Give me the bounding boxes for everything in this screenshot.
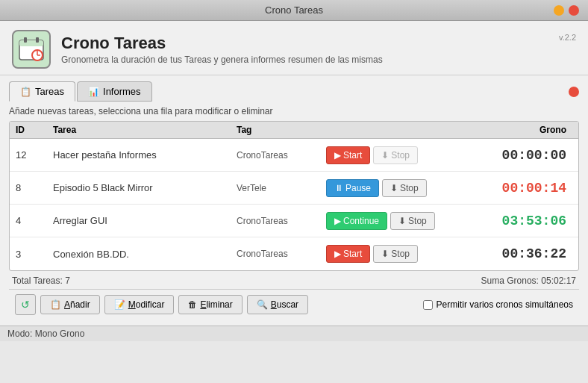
col-actions xyxy=(326,125,475,135)
refresh-icon: ↺ xyxy=(21,299,30,311)
row-tarea: Conexión BB.DD. xyxy=(53,249,237,260)
start-label-12: Start xyxy=(343,150,362,161)
tareas-icon: 📋 xyxy=(20,87,31,97)
table-body: 12 Hacer pestaña Informes CronoTareas ▶ … xyxy=(10,139,578,270)
tab-tareas-label: Tareas xyxy=(35,86,64,97)
multi-crono-checkbox[interactable] xyxy=(423,300,433,310)
modify-icon: 📝 xyxy=(114,299,125,310)
modify-button[interactable]: 📝 Modificar xyxy=(104,295,175,314)
title-bar: Crono Tareas xyxy=(0,0,588,21)
add-label: Añadir xyxy=(64,299,90,310)
svg-rect-3 xyxy=(36,37,39,43)
stop-icon-3: ⬇ xyxy=(381,249,389,259)
multi-crono-area: Permitir varios cronos simultáneos xyxy=(423,299,573,310)
multi-crono-label: Permitir varios cronos simultáneos xyxy=(437,299,573,310)
stop-icon-8: ⬇ xyxy=(390,183,398,193)
row-tarea: Arreglar GUI xyxy=(53,215,237,226)
informes-icon: 📊 xyxy=(88,87,99,97)
col-grono: Grono xyxy=(475,125,572,135)
suma-gronos: Suma Gronos: 05:02:17 xyxy=(481,275,576,286)
start-button-3[interactable]: ▶ Start xyxy=(326,245,370,263)
col-tag: Tag xyxy=(237,125,326,135)
row-tag: CronoTareas xyxy=(237,249,326,259)
row-actions: ▶ Start ⬇ Stop xyxy=(326,245,475,263)
app-subtitle: Gronometra la duración de tus Tareas y g… xyxy=(61,55,383,65)
minimize-button[interactable] xyxy=(554,5,564,16)
pause-label-8: Pause xyxy=(345,183,371,193)
refresh-button[interactable]: ↺ xyxy=(15,294,36,315)
row-actions: ⏸ Pause ⬇ Stop xyxy=(326,179,475,197)
delete-icon: 🗑 xyxy=(188,299,197,310)
row-grono: 00:00:00 xyxy=(475,148,572,163)
row-tag: CronoTareas xyxy=(237,216,326,226)
tab-tareas[interactable]: 📋 Tareas xyxy=(9,81,75,102)
svg-rect-2 xyxy=(24,37,27,43)
start-icon-12: ▶ xyxy=(334,150,341,161)
delete-label: Eliminar xyxy=(200,299,232,310)
table-header: ID Tarea Tag Grono xyxy=(10,122,578,139)
close-button[interactable] xyxy=(569,5,579,16)
col-tarea: Tarea xyxy=(53,125,237,135)
tab-informes-label: Informes xyxy=(103,86,141,97)
modify-label: Modificar xyxy=(128,299,165,310)
stop-label-12: Stop xyxy=(391,150,410,161)
continue-label-4: Continue xyxy=(343,216,379,226)
stop-label-8: Stop xyxy=(400,183,419,193)
row-id: 4 xyxy=(16,215,53,226)
row-grono: 00:00:14 xyxy=(475,181,572,196)
table-row: 8 Episodio 5 Black Mirror VerTele ⏸ Paus… xyxy=(10,172,578,205)
search-label: Buscar xyxy=(271,299,298,310)
status-mode: Modo: Mono Grono xyxy=(7,328,84,339)
row-tag: VerTele xyxy=(237,183,326,193)
continue-button-4[interactable]: ▶ Continue xyxy=(326,212,387,230)
row-tarea: Hacer pestaña Informes xyxy=(53,149,237,161)
row-id: 12 xyxy=(16,149,53,161)
row-id: 3 xyxy=(16,249,53,260)
window-title: Crono Tareas xyxy=(265,4,323,16)
stop-button-3[interactable]: ⬇ Stop xyxy=(373,245,418,263)
stop-button-4[interactable]: ⬇ Stop xyxy=(390,212,435,230)
stop-label-4: Stop xyxy=(408,216,427,226)
version-label: v.2.2 xyxy=(559,33,576,42)
add-icon: 📋 xyxy=(50,299,61,310)
col-id: ID xyxy=(16,125,53,135)
table-row: 4 Arreglar GUI CronoTareas ▶ Continue ⬇ … xyxy=(10,205,578,237)
window-controls xyxy=(554,5,579,16)
stop-button-12[interactable]: ⬇ Stop xyxy=(373,146,418,164)
svg-rect-1 xyxy=(19,40,43,46)
total-tasks: Total Tareas: 7 xyxy=(12,275,70,286)
app-name: Crono Tareas xyxy=(61,34,383,53)
pause-icon-8: ⏸ xyxy=(334,183,343,193)
row-tarea: Episodio 5 Black Mirror xyxy=(53,182,237,193)
start-icon-3: ▶ xyxy=(334,249,341,259)
continue-icon-4: ▶ xyxy=(334,216,341,226)
start-button-12[interactable]: ▶ Start xyxy=(326,146,370,164)
stop-button-8[interactable]: ⬇ Stop xyxy=(382,179,427,197)
row-actions: ▶ Start ⬇ Stop xyxy=(326,146,475,164)
add-button[interactable]: 📋 Añadir xyxy=(40,295,100,314)
row-tag: CronoTareas xyxy=(237,150,326,161)
bottom-bar: ↺ 📋 Añadir 📝 Modificar 🗑 Eliminar 🔍 Busc… xyxy=(9,289,579,320)
row-grono: 00:36:22 xyxy=(475,246,572,261)
app-header: Crono Tareas Gronometra la duración de t… xyxy=(0,21,588,75)
row-grono: 03:53:06 xyxy=(475,214,572,228)
tabs-bar: 📋 Tareas 📊 Informes xyxy=(9,81,579,102)
table-row: 12 Hacer pestaña Informes CronoTareas ▶ … xyxy=(10,139,578,172)
status-bar: Modo: Mono Grono xyxy=(0,326,588,341)
row-actions: ▶ Continue ⬇ Stop xyxy=(326,212,475,230)
pause-button-8[interactable]: ⏸ Pause xyxy=(326,179,379,197)
row-id: 8 xyxy=(16,182,53,193)
stop-icon-12: ⬇ xyxy=(381,150,389,161)
hint-text: Añade nuevas tareas, selecciona una fila… xyxy=(9,106,579,116)
tab-informes[interactable]: 📊 Informes xyxy=(77,81,152,102)
main-content: 📋 Tareas 📊 Informes Añade nuevas tareas,… xyxy=(0,75,588,326)
search-button[interactable]: 🔍 Buscar xyxy=(247,295,308,314)
table-row: 3 Conexión BB.DD. CronoTareas ▶ Start ⬇ … xyxy=(10,237,578,270)
start-label-3: Start xyxy=(343,249,362,259)
tasks-table: ID Tarea Tag Grono 12 Hacer pestaña Info… xyxy=(9,121,579,271)
delete-button[interactable]: 🗑 Eliminar xyxy=(178,295,242,314)
stop-icon-4: ⬇ xyxy=(398,216,406,226)
record-indicator xyxy=(569,87,579,97)
app-logo xyxy=(12,30,51,69)
search-icon: 🔍 xyxy=(257,299,268,310)
